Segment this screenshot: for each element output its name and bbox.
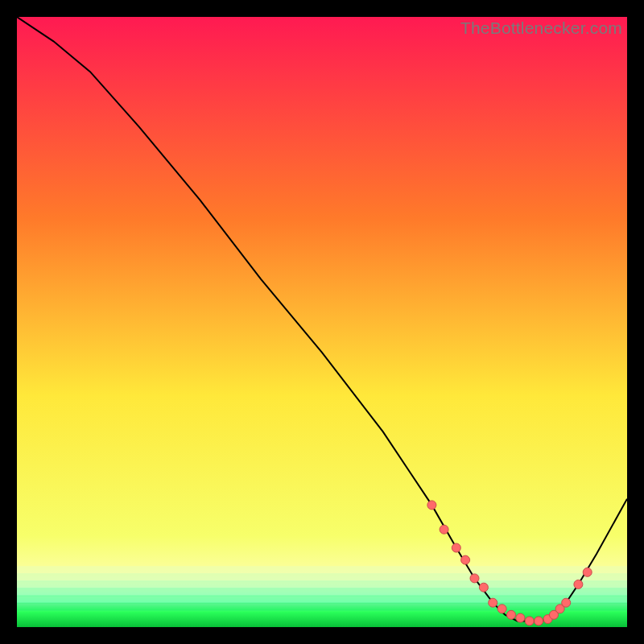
band-stripe	[17, 596, 627, 604]
highlight-dot	[583, 568, 592, 576]
chart-svg	[17, 17, 627, 627]
highlight-dot	[562, 598, 571, 607]
band-stripe	[17, 603, 627, 611]
highlight-dot	[507, 610, 516, 619]
highlight-dot	[461, 555, 470, 564]
band-stripe	[17, 566, 627, 574]
highlight-dot	[452, 543, 460, 552]
band-stripe	[17, 580, 627, 588]
highlight-dot	[470, 574, 479, 583]
highlight-dot	[497, 605, 506, 613]
highlight-dot	[574, 580, 583, 588]
highlight-dot	[427, 501, 436, 510]
highlight-dot	[516, 613, 525, 622]
watermark-text: TheBottlenecker.com	[460, 19, 622, 38]
highlight-dot	[535, 617, 543, 625]
highlight-dot	[479, 583, 488, 592]
band-stripe	[17, 573, 627, 581]
band-stripe	[17, 588, 627, 597]
highlight-dot	[525, 617, 534, 625]
gradient-background	[17, 17, 627, 627]
chart-frame: TheBottlenecker.com	[17, 17, 627, 627]
highlight-dot	[440, 525, 448, 534]
green-band-stripes	[17, 566, 627, 610]
highlight-dot	[489, 598, 497, 607]
